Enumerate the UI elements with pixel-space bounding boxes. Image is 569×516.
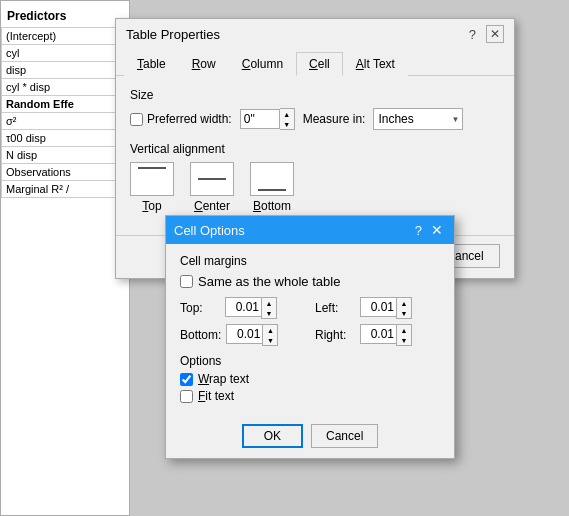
bottom-spinner-btns: ▲ ▼	[262, 324, 278, 346]
top-spinner-btns: ▲ ▼	[261, 297, 277, 319]
co-cancel-button[interactable]: Cancel	[311, 424, 378, 448]
tab-cell-label: C	[309, 57, 318, 71]
same-as-table-checkbox[interactable]	[180, 275, 193, 288]
close-button[interactable]: ✕	[486, 25, 504, 43]
spinner-down[interactable]: ▼	[280, 119, 294, 129]
tab-alt-rest: lt Text	[364, 57, 395, 71]
vert-align-label: Vertical alignment	[130, 142, 500, 156]
spinner-up[interactable]: ▲	[280, 109, 294, 119]
left-input[interactable]	[360, 297, 396, 317]
left-down[interactable]: ▼	[397, 308, 411, 318]
top-up[interactable]: ▲	[262, 298, 276, 308]
co-margins-grid: Top: ▲ ▼ Left: ▲ ▼	[180, 297, 440, 346]
dialog-body: Size Preferred width: ▲ ▼ Measure in: In…	[116, 76, 514, 235]
tab-row[interactable]: Row	[179, 52, 229, 76]
top-spinner: ▲ ▼	[225, 297, 277, 319]
cell-margins-title: Cell margins	[180, 254, 440, 268]
margins-grid: Top: ▲ ▼ Left: ▲ ▼	[180, 297, 440, 346]
measure-in-label: Measure in:	[303, 112, 366, 126]
size-row: Preferred width: ▲ ▼ Measure in: Inches …	[130, 108, 500, 130]
top-margin-row: Top: ▲ ▼	[180, 297, 305, 319]
align-center-box	[190, 162, 234, 196]
align-bottom[interactable]: Bottom	[250, 162, 294, 213]
table-row: σ²	[2, 113, 129, 130]
preferred-width-input[interactable]	[240, 109, 280, 129]
cell-options-dialog: Cell Options ? ✕ Cell margins Same as th…	[165, 215, 455, 459]
top-label: Top:	[180, 301, 220, 315]
help-icon[interactable]: ?	[465, 27, 480, 42]
right-down[interactable]: ▼	[397, 335, 411, 345]
cell-options-title: Cell Options	[174, 223, 245, 238]
tab-column[interactable]: Column	[229, 52, 296, 76]
titlebar-actions: ? ✕	[465, 25, 504, 43]
left-up[interactable]: ▲	[397, 298, 411, 308]
co-options-title: Options	[180, 354, 440, 368]
right-label: Right:	[315, 328, 355, 342]
fit-text-checkbox[interactable]	[180, 390, 193, 403]
preferred-width-checkbox-label[interactable]: Preferred width:	[130, 112, 232, 126]
tab-table[interactable]: Table	[124, 52, 179, 76]
bottom-input[interactable]	[226, 324, 262, 344]
left-spinner: ▲ ▼	[360, 297, 412, 319]
predictors-label: Predictors	[1, 1, 129, 27]
table-row: cyl	[2, 45, 129, 62]
same-as-table-label[interactable]: Same as the whole table	[180, 274, 440, 289]
size-section-label: Size	[130, 88, 500, 102]
align-top-box	[130, 162, 174, 196]
preferred-width-checkbox[interactable]	[130, 113, 143, 126]
table-props-titlebar: Table Properties ? ✕	[116, 19, 514, 47]
left-spinner-btns: ▲ ▼	[396, 297, 412, 319]
measure-in-select[interactable]: Inches Percent	[373, 108, 463, 130]
top-down[interactable]: ▼	[262, 308, 276, 318]
spinner-buttons: ▲ ▼	[280, 108, 295, 130]
background-document: Predictors (Intercept)cyldispcyl * dispR…	[0, 0, 130, 516]
fit-text-label: Fit text	[198, 389, 234, 403]
co-ok-button[interactable]: OK	[242, 424, 303, 448]
table-props-title: Table Properties	[126, 27, 220, 42]
wrap-text-checkbox[interactable]	[180, 373, 193, 386]
co-options-section: Options Wrap text Fit text	[180, 354, 440, 403]
wrap-text-row[interactable]: Wrap text	[180, 372, 440, 386]
cell-options-titlebar: Cell Options ? ✕	[166, 216, 454, 244]
wrap-text-label: Wrap text	[198, 372, 249, 386]
tabs-row: Table Row Column Cell Alt Text	[116, 47, 514, 76]
right-up[interactable]: ▲	[397, 325, 411, 335]
tab-alt-text[interactable]: Alt Text	[343, 52, 408, 76]
document-table: (Intercept)cyldispcyl * dispRandom Effeσ…	[1, 27, 129, 198]
top-input[interactable]	[225, 297, 261, 317]
left-label: Left:	[315, 301, 355, 315]
tab-cell-rest: ell	[318, 57, 330, 71]
co-titlebar-actions: ? ✕	[415, 221, 446, 239]
right-input[interactable]	[360, 324, 396, 344]
left-margin-row: Left: ▲ ▼	[315, 297, 440, 319]
fit-text-row[interactable]: Fit text	[180, 389, 440, 403]
cell-options-footer: OK Cancel	[166, 416, 454, 458]
preferred-width-label: Preferred width:	[147, 112, 232, 126]
table-row: Random Effe	[2, 96, 129, 113]
right-margin-row: Right: ▲ ▼	[315, 324, 440, 346]
table-row: Marginal R² /	[2, 181, 129, 198]
right-spinner-btns: ▲ ▼	[396, 324, 412, 346]
tab-table-rest: able	[143, 57, 166, 71]
tab-column-rest: olumn	[250, 57, 283, 71]
align-bottom-box	[250, 162, 294, 196]
measure-in-select-wrapper: Inches Percent	[373, 108, 463, 130]
align-center-label: Center	[194, 199, 230, 213]
bottom-down[interactable]: ▼	[263, 335, 277, 345]
align-top[interactable]: Top	[130, 162, 174, 213]
same-as-table-text: Same as the whole table	[198, 274, 340, 289]
align-center[interactable]: Center	[190, 162, 234, 213]
right-spinner: ▲ ▼	[360, 324, 412, 346]
tab-row-rest: ow	[200, 57, 215, 71]
co-help-icon[interactable]: ?	[415, 223, 422, 238]
align-bottom-label: Bottom	[253, 199, 291, 213]
tab-alt-label: A	[356, 57, 364, 71]
bottom-label: Bottom:	[180, 328, 221, 342]
bottom-up[interactable]: ▲	[263, 325, 277, 335]
tab-cell[interactable]: Cell	[296, 52, 343, 76]
table-row: τ00 disp	[2, 130, 129, 147]
table-row: N disp	[2, 147, 129, 164]
table-row: Observations	[2, 164, 129, 181]
co-close-button[interactable]: ✕	[428, 221, 446, 239]
bottom-spinner: ▲ ▼	[226, 324, 278, 346]
